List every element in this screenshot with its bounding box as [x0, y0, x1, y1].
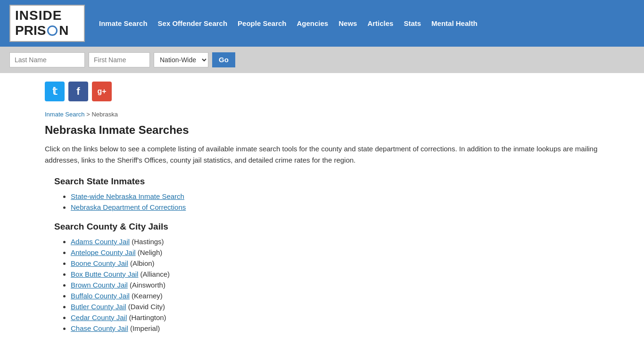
boone-county-jail-link[interactable]: Boone County Jail — [71, 259, 128, 267]
butler-county-jail-link[interactable]: Butler County Jail — [71, 303, 126, 311]
facebook-icon: f — [76, 85, 80, 98]
logo-prison-n: N — [59, 23, 68, 38]
location-select[interactable]: Nation-Wide — [154, 52, 208, 67]
site-header: INSIDE PRISN Inmate Search Sex Offender … — [0, 0, 644, 47]
facebook-button[interactable]: f — [68, 82, 88, 101]
city-label: (Alliance) — [140, 270, 170, 278]
nav-news[interactable]: News — [339, 19, 357, 27]
list-item: State-wide Nebraska Inmate Search — [71, 192, 599, 200]
county-section-title: Search County & City Jails — [54, 222, 599, 232]
state-links-list: State-wide Nebraska Inmate Search Nebras… — [71, 192, 599, 211]
page-description: Click on the links below to see a comple… — [45, 143, 599, 166]
list-item: Butler County Jail (David City) — [71, 303, 599, 311]
last-name-input[interactable] — [9, 52, 85, 67]
antelope-county-jail-link[interactable]: Antelope County Jail — [71, 248, 136, 256]
nebraska-doc-link[interactable]: Nebraska Department of Corrections — [71, 203, 186, 211]
city-label: (David City) — [128, 303, 165, 311]
logo-prison-letters: PRIS — [15, 23, 46, 38]
city-label: (Albion) — [130, 259, 155, 267]
list-item: Buffalo County Jail (Kearney) — [71, 292, 599, 300]
list-item: Cedar County Jail (Hartington) — [71, 313, 599, 321]
county-links-list: Adams County Jail (Hastings) Antelope Co… — [71, 238, 599, 332]
city-label: (Imperial) — [130, 324, 160, 332]
search-bar: Nation-Wide Go — [0, 47, 644, 73]
nav-agencies[interactable]: Agencies — [297, 19, 329, 27]
logo-inside-text: INSIDE — [15, 8, 79, 23]
list-item: Boone County Jail (Albion) — [71, 259, 599, 267]
state-inmate-search-link[interactable]: State-wide Nebraska Inmate Search — [71, 192, 184, 200]
breadcrumb: Inmate Search > Nebraska — [45, 111, 599, 118]
list-item: Box Butte County Jail (Alliance) — [71, 270, 599, 278]
first-name-input[interactable] — [89, 52, 150, 67]
city-label: (Neligh) — [138, 248, 163, 256]
adams-county-jail-link[interactable]: Adams County Jail — [71, 238, 130, 246]
cedar-county-jail-link[interactable]: Cedar County Jail — [71, 313, 127, 321]
nav-articles[interactable]: Articles — [367, 19, 393, 27]
list-item: Antelope County Jail (Neligh) — [71, 248, 599, 256]
twitter-button[interactable]: 𝕥 — [45, 82, 65, 101]
chase-county-jail-link[interactable]: Chase County Jail — [71, 324, 128, 332]
site-logo[interactable]: INSIDE PRISN — [9, 5, 85, 42]
list-item: Adams County Jail (Hastings) — [71, 238, 599, 246]
google-icon: g+ — [97, 87, 106, 96]
nav-sex-offender-search[interactable]: Sex Offender Search — [158, 19, 228, 27]
city-label: (Hartington) — [129, 313, 166, 321]
logo-prison-text: PRISN — [15, 23, 79, 38]
city-label: (Ainsworth) — [130, 281, 165, 289]
breadcrumb-link[interactable]: Inmate Search — [45, 111, 85, 118]
brown-county-jail-link[interactable]: Brown County Jail — [71, 281, 128, 289]
box-butte-county-jail-link[interactable]: Box Butte County Jail — [71, 270, 138, 278]
list-item: Nebraska Department of Corrections — [71, 203, 599, 211]
logo-o-icon — [47, 25, 58, 36]
main-content: Inmate Search > Nebraska Nebraska Inmate… — [0, 106, 644, 357]
list-item: Brown County Jail (Ainsworth) — [71, 281, 599, 289]
google-button[interactable]: g+ — [92, 82, 112, 101]
twitter-icon: 𝕥 — [52, 85, 57, 98]
buffalo-county-jail-link[interactable]: Buffalo County Jail — [71, 292, 130, 300]
city-label: (Kearney) — [132, 292, 163, 300]
page-title: Nebraska Inmate Searches — [45, 123, 599, 137]
city-label: (Hastings) — [132, 238, 164, 246]
nav-stats[interactable]: Stats — [404, 19, 421, 27]
main-nav: Inmate Search Sex Offender Search People… — [99, 19, 478, 27]
state-section-title: Search State Inmates — [54, 176, 599, 187]
breadcrumb-separator: > Nebraska — [86, 111, 118, 118]
nav-inmate-search[interactable]: Inmate Search — [99, 19, 148, 27]
nav-mental-health[interactable]: Mental Health — [431, 19, 478, 27]
nav-people-search[interactable]: People Search — [238, 19, 286, 27]
list-item: Chase County Jail (Imperial) — [71, 324, 599, 332]
social-bar: 𝕥 f g+ — [0, 73, 644, 106]
go-button[interactable]: Go — [212, 52, 235, 67]
